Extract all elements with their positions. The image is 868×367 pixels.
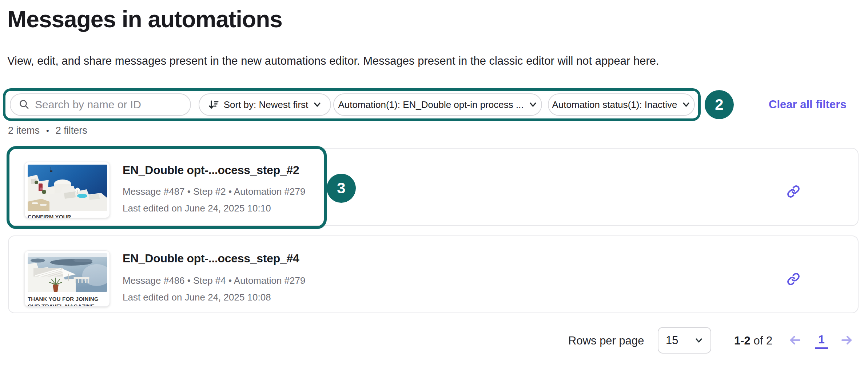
automation-status-filter-dropdown[interactable]: Automation status(1): Inactive — [548, 93, 695, 116]
automation-status-filter-label: Automation status(1): Inactive — [552, 99, 677, 110]
chevron-down-icon — [529, 100, 537, 109]
search-icon — [19, 99, 30, 110]
thumbnail-caption: CONFIRM YOUR SUBSCRIPTION — [28, 213, 107, 218]
thumbnail-photo-santorini-oia — [28, 165, 107, 211]
page-range: 1-2 of 2 — [734, 334, 772, 347]
results-summary: 2 items • 2 filters — [8, 125, 87, 136]
message-thumbnail: CONFIRM YOUR SUBSCRIPTION — [24, 162, 110, 218]
message-title: EN_Double opt-...ocess_step_#2 — [123, 164, 299, 177]
message-meta: Message #487 • Step #2 • Automation #279 — [123, 186, 305, 197]
chevron-down-icon — [694, 336, 703, 345]
message-row-step-4[interactable]: THANK YOU FOR JOINING OUR TRAVEL MAGAZIN… — [8, 235, 859, 313]
page-title: Messages in automations — [7, 6, 282, 33]
rows-per-page-value: 15 — [666, 334, 678, 347]
message-row-step-2[interactable]: CONFIRM YOUR SUBSCRIPTION EN_Double opt-… — [8, 148, 859, 226]
messages-in-automations-page: Messages in automations View, edit, and … — [0, 0, 868, 367]
arrow-left-icon — [787, 332, 803, 348]
message-last-edited: Last edited on June 24, 2025 10:10 — [123, 203, 271, 214]
separator-dot: • — [46, 126, 49, 136]
filters-count: 2 filters — [56, 125, 87, 136]
annotation-badge-3: 3 — [327, 174, 356, 203]
chevron-down-icon — [682, 100, 690, 109]
thumbnail-photo-santorini-caldera — [28, 253, 107, 292]
arrow-right-icon — [839, 332, 855, 348]
annotation-badge-2: 2 — [705, 90, 734, 119]
page-range-current: 1-2 — [734, 334, 750, 347]
link-icon — [787, 273, 800, 286]
page-number-current[interactable]: 1 — [815, 333, 828, 349]
chevron-down-icon — [313, 100, 322, 109]
link-icon — [787, 185, 800, 198]
share-link-button[interactable] — [779, 181, 808, 202]
search-input[interactable] — [35, 98, 180, 111]
page-description: View, edit, and share messages present i… — [7, 55, 659, 68]
clear-all-filters-link[interactable]: Clear all filters — [769, 98, 847, 111]
rows-per-page-label: Rows per page — [568, 334, 644, 347]
message-meta: Message #486 • Step #4 • Automation #279 — [123, 275, 305, 286]
search-input-pill[interactable] — [10, 93, 191, 116]
previous-page-button[interactable] — [786, 331, 804, 349]
share-link-button[interactable] — [779, 269, 808, 289]
automation-filter-label: Automation(1): EN_Double opt-in process … — [338, 99, 523, 110]
sort-dropdown-label: Sort by: Newest first — [224, 99, 308, 110]
message-last-edited: Last edited on June 24, 2025 10:08 — [123, 292, 271, 303]
page-range-total: of 2 — [750, 334, 772, 347]
thumbnail-caption: THANK YOU FOR JOINING OUR TRAVEL MAGAZIN… — [28, 295, 107, 307]
sort-dropdown[interactable]: Sort by: Newest first — [199, 93, 331, 116]
message-thumbnail: THANK YOU FOR JOINING OUR TRAVEL MAGAZIN… — [24, 250, 110, 307]
items-count: 2 items — [8, 125, 40, 136]
rows-per-page-select[interactable]: 15 — [658, 327, 711, 354]
message-title: EN_Double opt-...ocess_step_#4 — [123, 252, 299, 265]
next-page-button[interactable] — [838, 331, 856, 349]
sort-descending-icon — [208, 99, 219, 110]
automation-filter-dropdown[interactable]: Automation(1): EN_Double opt-in process … — [333, 93, 542, 116]
